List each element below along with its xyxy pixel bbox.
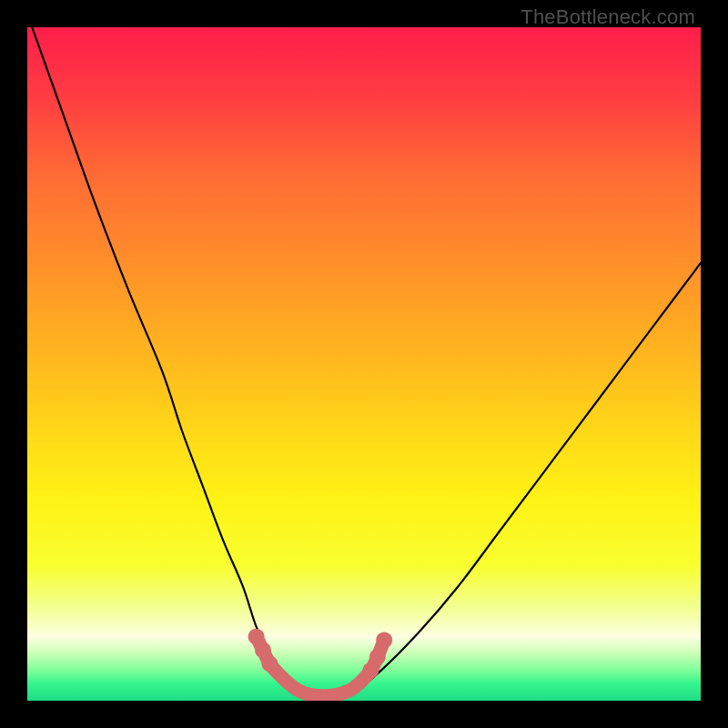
chart-frame: TheBottleneck.com (0, 0, 728, 728)
svg-point-4 (369, 649, 386, 665)
chart-plot-area (27, 27, 701, 701)
gradient-background (27, 27, 701, 701)
svg-point-2 (261, 655, 278, 672)
svg-point-5 (376, 632, 392, 648)
bottleneck-chart (27, 27, 701, 701)
watermark-text: TheBottleneck.com (521, 5, 695, 29)
